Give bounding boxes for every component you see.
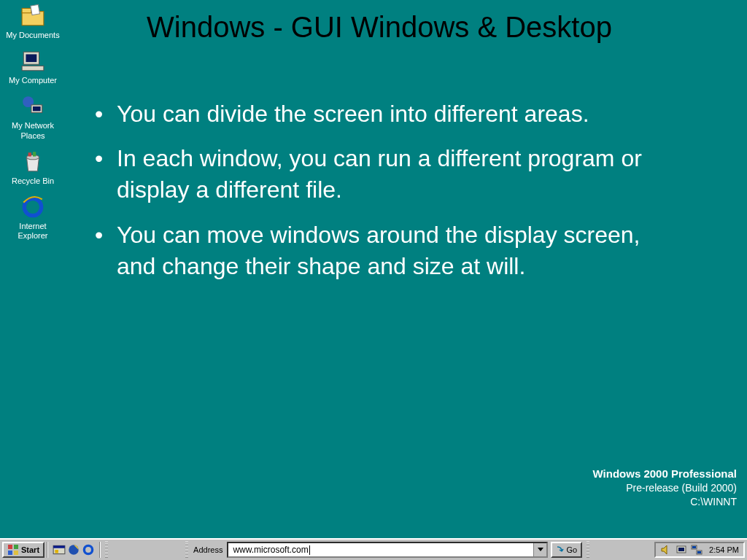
icon-label: My Network Places: [4, 121, 62, 140]
stamp-build: Pre-release (Build 2000): [593, 481, 737, 495]
windows-logo-icon: [7, 544, 19, 556]
desktop[interactable]: My Documents My Computer My Network Plac…: [0, 0, 747, 538]
go-button[interactable]: Go: [551, 542, 582, 558]
bullet-item: You can move windows around the display …: [88, 219, 642, 282]
go-arrow-icon: [556, 545, 565, 554]
svg-rect-27: [697, 551, 701, 553]
start-button[interactable]: Start: [2, 542, 44, 558]
display-tray-icon[interactable]: [676, 544, 687, 556]
slide-title: Windows - GUI Windows & Desktop: [124, 9, 635, 45]
taskbar-grip[interactable]: [587, 542, 589, 558]
network-icon: [20, 94, 45, 119]
svg-rect-8: [33, 106, 41, 111]
desktop-icon-my-documents[interactable]: My Documents: [4, 4, 62, 40]
svg-rect-1: [22, 8, 31, 12]
desktop-icon-my-computer[interactable]: My Computer: [4, 49, 62, 85]
stamp-product: Windows 2000 Professional: [593, 467, 737, 481]
stamp-path: C:\WINNT: [593, 495, 737, 509]
folder-documents-icon: [20, 4, 45, 28]
slide-bullets: You can divide the screen into different…: [88, 98, 642, 295]
bullet-item: In each window, you can run a different …: [88, 143, 642, 206]
svg-rect-15: [8, 551, 12, 555]
icon-label: My Documents: [6, 31, 59, 40]
chevron-down-icon: [538, 548, 543, 552]
svg-rect-13: [8, 545, 12, 549]
icon-label: Recycle Bin: [12, 176, 54, 186]
text-cursor: [309, 545, 310, 555]
desktop-icon-recycle-bin[interactable]: Recycle Bin: [4, 149, 62, 186]
quick-launch: [50, 543, 97, 556]
taskbar-clock[interactable]: 2:54 PM: [709, 545, 739, 554]
address-input[interactable]: www.microsoft.com: [227, 542, 548, 558]
recycle-bin-icon: [20, 149, 45, 174]
network-tray-icon[interactable]: [691, 544, 703, 556]
ie-quicklaunch-icon[interactable]: [82, 543, 95, 556]
taskbar-divider: [99, 542, 101, 558]
svg-rect-11: [33, 152, 36, 156]
icon-label: Internet Explorer: [4, 222, 62, 241]
taskbar: Start Address www.microsoft.com Go 2:54 …: [0, 538, 747, 560]
computer-icon: [20, 49, 45, 74]
svg-rect-26: [692, 546, 696, 548]
volume-icon[interactable]: [660, 544, 672, 556]
desktop-icon-internet-explorer[interactable]: Internet Explorer: [4, 195, 62, 241]
address-value: www.microsoft.com: [233, 545, 308, 555]
ie-icon: [20, 195, 45, 219]
build-stamp: Windows 2000 Professional Pre-release (B…: [593, 467, 737, 509]
bullet-item: You can divide the screen into different…: [88, 98, 642, 130]
taskbar-grip[interactable]: [185, 542, 188, 558]
svg-rect-16: [14, 551, 18, 555]
svg-point-21: [84, 545, 92, 553]
svg-rect-19: [55, 550, 58, 553]
show-desktop-icon[interactable]: [53, 543, 66, 556]
svg-rect-23: [678, 548, 684, 551]
start-label: Start: [21, 545, 39, 554]
address-label: Address: [193, 545, 222, 554]
svg-rect-4: [26, 55, 36, 63]
taskbar-grip[interactable]: [105, 542, 108, 558]
taskbar-divider: [47, 542, 48, 558]
desktop-icon-my-network-places[interactable]: My Network Places: [4, 94, 62, 140]
outlook-icon[interactable]: [67, 543, 80, 556]
svg-rect-5: [22, 66, 44, 71]
svg-point-12: [24, 198, 41, 215]
svg-rect-18: [53, 545, 65, 548]
desktop-icons-column: My Documents My Computer My Network Plac…: [4, 4, 62, 241]
address-dropdown-button[interactable]: [533, 543, 546, 556]
svg-rect-10: [28, 152, 31, 156]
go-label: Go: [566, 545, 577, 554]
svg-rect-14: [14, 545, 18, 549]
icon-label: My Computer: [9, 76, 57, 85]
svg-rect-2: [31, 4, 40, 15]
system-tray: 2:54 PM: [654, 542, 745, 558]
